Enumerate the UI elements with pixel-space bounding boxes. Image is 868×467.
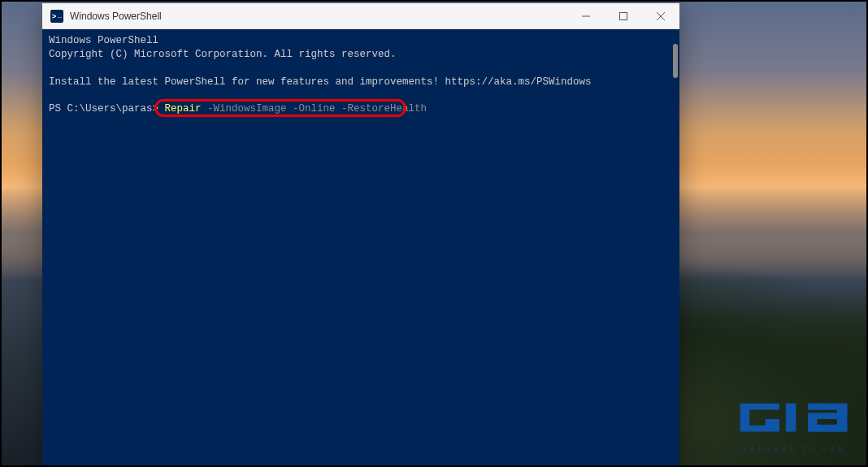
scrollbar-thumb[interactable]	[673, 44, 678, 78]
close-button[interactable]	[642, 3, 679, 29]
prompt-line: PS C:\Users\paras> Repair -WindowsImage …	[49, 102, 673, 116]
svg-rect-1	[620, 13, 627, 20]
command-arguments: -WindowsImage -Online -RestoreHealth	[202, 102, 427, 116]
window-titlebar[interactable]: Windows PowerShell	[42, 3, 679, 29]
powershell-window: Windows PowerShell Windows PowerShell Co…	[42, 3, 679, 467]
terminal-content[interactable]: Windows PowerShell Copyright (C) Microso…	[42, 29, 679, 467]
minimize-button[interactable]	[567, 3, 605, 29]
banner-line-1: Windows PowerShell	[49, 34, 673, 48]
blank-line	[49, 89, 673, 103]
svg-rect-5	[808, 425, 838, 432]
install-message: Install the latest PowerShell for new fe…	[49, 76, 673, 89]
banner-line-2: Copyright (C) Microsoft Corporation. All…	[49, 48, 673, 62]
window-controls	[567, 3, 679, 28]
blank-line	[49, 62, 673, 76]
watermark-text: GADGETS TO USE	[742, 445, 845, 452]
window-title: Windows PowerShell	[70, 11, 567, 22]
powershell-icon	[50, 10, 63, 23]
watermark-logo: GADGETS TO USE	[731, 383, 857, 456]
svg-rect-4	[786, 404, 796, 432]
command-keyword: Repair	[165, 102, 202, 116]
prompt-text: PS C:\Users\paras>	[49, 102, 165, 116]
maximize-button[interactable]	[605, 3, 642, 29]
